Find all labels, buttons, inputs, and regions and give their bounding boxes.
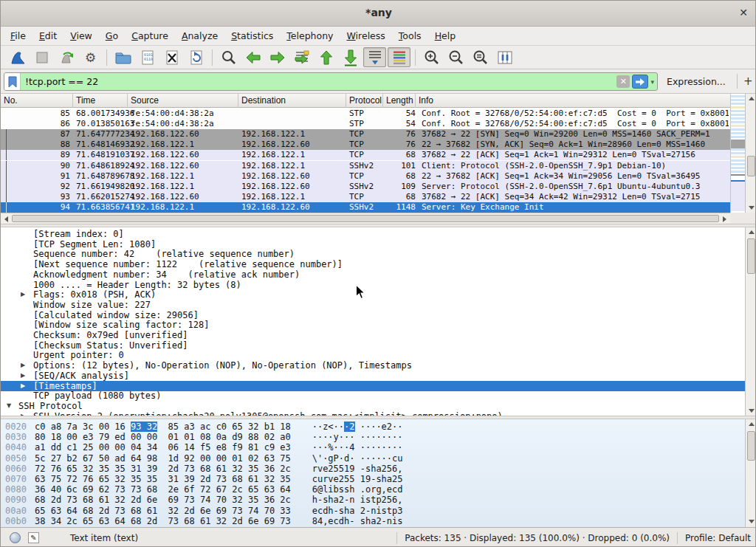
scroll-thumb[interactable]	[12, 215, 719, 222]
hex-row-00b0[interactable]: 00b038 34 2c 65 63 64 68 2d 73 68 61 32 …	[1, 516, 745, 526]
go-first-packet-button[interactable]	[315, 47, 337, 67]
close-window-icon[interactable]: ✕	[739, 7, 748, 18]
hex-row-0040[interactable]: 0040a1 dd c1 25 00 00 04 34 06 14 f5 e8 …	[1, 442, 745, 453]
column-header-destination[interactable]: Destination	[238, 94, 346, 108]
expander-open-icon[interactable]: ▼	[7, 401, 11, 411]
start-capture-button[interactable]	[6, 47, 29, 67]
scroll-up-arrow[interactable]	[746, 419, 756, 429]
zoom-out-button[interactable]	[444, 47, 467, 67]
expander-closed-icon[interactable]: ▶	[21, 381, 25, 391]
scroll-left-arrow[interactable]	[1, 214, 11, 224]
restart-capture-button[interactable]	[55, 47, 78, 67]
detail-row[interactable]: [Next sequence number: 1122 (relative se…	[1, 259, 745, 269]
detail-row[interactable]: [Window size scaling factor: 128]	[1, 320, 745, 330]
detail-row[interactable]: ▶[SEQ/ACK analysis]	[1, 371, 745, 381]
menu-statistics[interactable]: Statistics	[224, 28, 280, 44]
hex-row-00a0[interactable]: 00a065 63 64 68 2d 73 68 61 32 2d 6e 69 …	[1, 506, 745, 516]
save-file-button[interactable]: 01010110	[136, 47, 159, 67]
menu-telephony[interactable]: Telephony	[280, 28, 340, 44]
display-filter-input[interactable]: !tcp.port == 22 ✕ ▾	[4, 72, 658, 91]
stop-capture-button[interactable]	[30, 47, 53, 67]
menu-file[interactable]: File	[4, 28, 32, 44]
column-header-no[interactable]: No.	[1, 94, 73, 108]
reload-file-button[interactable]	[185, 47, 207, 67]
expert-info-icon[interactable]	[10, 532, 21, 543]
detail-row[interactable]: Window size value: 227	[1, 300, 745, 310]
hex-row-0090[interactable]: 009068 2d 73 68 61 32 2d 6e 69 73 74 70 …	[1, 495, 745, 505]
capture-options-button[interactable]: ⚙	[79, 47, 102, 67]
scroll-down-arrow[interactable]	[746, 203, 756, 213]
menu-tools[interactable]: Tools	[392, 28, 428, 44]
profile-button[interactable]: Profile: Default	[685, 533, 751, 543]
zoom-original-button[interactable]	[469, 47, 492, 67]
resize-columns-button[interactable]	[493, 47, 516, 67]
colorize-packets-button[interactable]	[388, 47, 410, 67]
hex-row-0060[interactable]: 006072 76 65 32 35 35 31 39 2d 73 68 61 …	[1, 464, 745, 474]
detail-row[interactable]: [Checksum Status: Unverified]	[1, 340, 745, 351]
detail-row[interactable]: Acknowledgment number: 34 (relative ack …	[1, 269, 745, 280]
packet-row-89[interactable]: 8971.648191037192.168.122.60192.168.122.…	[1, 150, 730, 160]
hex-row-0050[interactable]: 00505c 27 b2 67 50 ad 64 98 1d 92 00 00 …	[1, 453, 745, 464]
column-header-time[interactable]: Time	[73, 94, 128, 108]
open-file-button[interactable]	[111, 47, 134, 67]
packet-row-94[interactable]: 9471.663856741192.168.122.1192.168.122.6…	[1, 202, 730, 213]
detail-row[interactable]: [Calculated window size: 29056]	[1, 310, 745, 320]
filter-history-caret-icon[interactable]: ▾	[650, 78, 654, 86]
detail-row[interactable]: ▼SSH Protocol	[1, 401, 745, 411]
packet-row-90[interactable]: 9071.648618924192.168.122.60192.168.122.…	[1, 161, 730, 171]
detail-row[interactable]: [Stream index: 0]	[1, 229, 745, 239]
hex-row-0080[interactable]: 008036 40 6c 69 62 73 73 68 2e 6f 72 67 …	[1, 484, 745, 495]
packet-row-91[interactable]: 9171.648789678192.168.122.1192.168.122.6…	[1, 171, 730, 182]
column-header-protocol[interactable]: Protocol	[346, 94, 383, 108]
scroll-down-arrow[interactable]	[746, 406, 756, 416]
packet-row-87[interactable]: 8771.647777234192.168.122.60192.168.122.…	[1, 129, 730, 140]
intelligent-scrollbar[interactable]	[730, 94, 745, 213]
scroll-up-arrow[interactable]	[746, 94, 756, 103]
filter-bookmark-icon[interactable]	[4, 73, 21, 90]
detail-row[interactable]: ▶Options: (12 bytes), No-Operation (NOP)…	[1, 360, 745, 371]
capture-comment-icon[interactable]: ✎	[28, 532, 39, 543]
menu-go[interactable]: Go	[99, 28, 125, 44]
find-packet-button[interactable]	[217, 47, 240, 67]
detail-row[interactable]: Checksum: 0x79ed [unverified]	[1, 330, 745, 340]
detail-row[interactable]: [TCP Segment Len: 1080]	[1, 239, 745, 250]
scroll-up-arrow[interactable]	[746, 227, 756, 237]
detail-row[interactable]: ▶Flags: 0x018 (PSH, ACK)	[1, 289, 745, 300]
packet-row-92[interactable]: 9271.661949820192.168.122.1192.168.122.6…	[1, 182, 730, 192]
column-header-length[interactable]: Length	[383, 94, 416, 108]
packet-list-vscrollbar[interactable]	[745, 94, 756, 213]
expander-closed-icon[interactable]: ▶	[21, 360, 25, 371]
packet-list-hscrollbar[interactable]	[1, 213, 730, 224]
detail-row[interactable]: 1000 .... = Header Length: 32 bytes (8)	[1, 280, 745, 290]
add-filter-button[interactable]: +	[743, 75, 753, 88]
menu-wireless[interactable]: Wireless	[340, 28, 392, 44]
packet-row-86[interactable]: 8670.013850163fe:54:00:d4:38:2aSTP54Conf…	[1, 119, 730, 129]
hex-row-0020[interactable]: 0020c0 a8 7a 3c 00 16 93 32 85 a3 ac c0 …	[1, 422, 745, 432]
expander-closed-icon[interactable]: ▶	[21, 371, 25, 381]
zoom-in-button[interactable]	[420, 47, 443, 67]
menu-edit[interactable]: Edit	[32, 28, 63, 44]
apply-filter-icon[interactable]	[632, 75, 648, 89]
scroll-right-arrow[interactable]	[720, 214, 729, 224]
go-forward-button[interactable]	[266, 47, 289, 67]
filter-text[interactable]: !tcp.port == 22	[21, 76, 616, 87]
detail-row[interactable]: Sequence number: 42 (relative sequence n…	[1, 249, 745, 259]
column-header-source[interactable]: Source	[128, 94, 238, 108]
hex-row-0070[interactable]: 007063 75 72 76 65 32 35 35 31 39 2d 73 …	[1, 474, 745, 484]
packet-row-85[interactable]: 8568.001734936fe:54:00:d4:38:2aSTP54Conf…	[1, 109, 730, 119]
packet-row-93[interactable]: 9371.662015274192.168.122.60192.168.122.…	[1, 192, 730, 202]
packet-row-88[interactable]: 8871.648146932192.168.122.1192.168.122.6…	[1, 140, 730, 150]
menu-analyze[interactable]: Analyze	[175, 28, 224, 44]
menu-help[interactable]: Help	[428, 28, 463, 44]
scroll-down-arrow[interactable]	[746, 517, 756, 526]
detail-row[interactable]: ▶[Timestamps]	[1, 381, 745, 391]
column-header-info[interactable]: Info	[416, 94, 730, 108]
details-vscrollbar[interactable]	[745, 227, 756, 416]
go-back-button[interactable]	[241, 47, 264, 67]
scroll-thumb[interactable]	[747, 431, 755, 461]
detail-row[interactable]: Urgent pointer: 0	[1, 350, 745, 360]
close-file-button[interactable]	[160, 47, 183, 67]
detail-row[interactable]: TCP payload (1080 bytes)	[1, 391, 745, 401]
auto-scroll-button[interactable]	[363, 47, 386, 67]
hex-row-0030[interactable]: 003080 18 00 e3 79 ed 00 00 01 01 08 0a …	[1, 432, 745, 442]
